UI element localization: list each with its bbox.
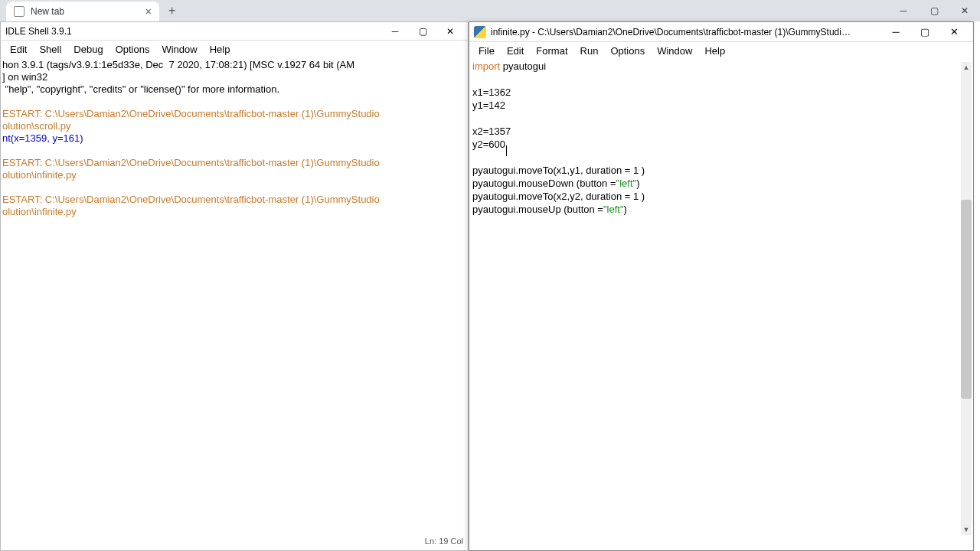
code-text: pyautogui.moveTo(x2,y2, duration = 1 ) <box>472 191 645 202</box>
shell-menubar: Edit Shell Debug Options Window Help <box>1 41 468 57</box>
browser-window-controls: ─ ▢ ✕ <box>888 0 980 21</box>
code-text: pyautogui <box>500 60 546 72</box>
shell-line: olution\infinite.py <box>2 206 466 218</box>
code-text: x1=1362 <box>472 86 511 98</box>
editor-menu-options[interactable]: Options <box>604 44 651 58</box>
editor-menubar: File Edit Format Run Options Window Help <box>469 42 973 59</box>
editor-titlebar[interactable]: infinite.py - C:\Users\Damian2\OneDrive\… <box>469 22 973 42</box>
python-file-icon <box>474 26 486 38</box>
shell-line: ESTART: C:\Users\Damian2\OneDrive\Docume… <box>2 194 466 206</box>
shell-line: hon 3.9.1 (tags/v3.9.1:1e5d33e, Dec 7 20… <box>2 59 466 71</box>
shell-line: ESTART: C:\Users\Damian2\OneDrive\Docume… <box>2 157 466 169</box>
tab-title: New tab <box>31 6 64 17</box>
shell-menu-edit[interactable]: Edit <box>4 42 33 57</box>
editor-menu-run[interactable]: Run <box>574 44 605 58</box>
shell-menu-help[interactable]: Help <box>204 42 237 57</box>
code-text: pyautogui.mouseDown (button = <box>472 178 616 189</box>
shell-line: ] on win32 <box>2 71 466 83</box>
shell-maximize-button[interactable]: ▢ <box>410 24 436 39</box>
browser-tab-strip: New tab × + ─ ▢ ✕ <box>0 0 980 21</box>
scroll-down-icon[interactable]: ▼ <box>961 524 972 535</box>
code-text: x2=1357 <box>472 126 511 137</box>
new-tab-button[interactable]: + <box>168 4 175 18</box>
idle-shell-window: IDLE Shell 3.9.1 ─ ▢ ✕ Edit Shell Debug … <box>0 21 469 551</box>
shell-line <box>2 145 466 157</box>
editor-title-text: infinite.py - C:\Users\Damian2\OneDrive\… <box>491 27 851 37</box>
browser-maximize-button[interactable]: ▢ <box>919 0 949 21</box>
code-text: y1=142 <box>472 99 505 111</box>
shell-menu-options[interactable]: Options <box>109 42 156 57</box>
editor-maximize-button[interactable]: ▢ <box>910 23 939 41</box>
editor-close-button[interactable]: ✕ <box>939 23 969 41</box>
idle-editor-window: infinite.py - C:\Users\Damian2\OneDrive\… <box>469 21 974 551</box>
shell-menu-window[interactable]: Window <box>155 42 203 57</box>
tab-favicon <box>14 6 24 17</box>
shell-window-controls: ─ ▢ ✕ <box>382 24 463 39</box>
shell-output[interactable]: hon 3.9.1 (tags/v3.9.1:1e5d33e, Dec 7 20… <box>1 57 468 220</box>
code-text: pyautogui.mouseUp (button = <box>472 204 603 215</box>
browser-minimize-button[interactable]: ─ <box>888 0 919 21</box>
code-string: "left" <box>603 204 624 215</box>
shell-line: olution\infinite.py <box>2 169 466 181</box>
shell-line: olution\scroll.py <box>2 120 466 132</box>
editor-menu-help[interactable]: Help <box>698 44 731 58</box>
shell-menu-debug[interactable]: Debug <box>67 42 109 57</box>
editor-minimize-button[interactable]: ─ <box>881 23 910 41</box>
editor-menu-window[interactable]: Window <box>651 44 698 58</box>
editor-menu-edit[interactable]: Edit <box>501 44 530 58</box>
shell-close-button[interactable]: ✕ <box>437 24 463 39</box>
scroll-up-icon[interactable]: ▲ <box>961 62 972 73</box>
shell-line: nt(x=1359, y=161) <box>2 132 466 145</box>
code-text: ) <box>624 204 627 215</box>
shell-line: "help", "copyright", "credits" or "licen… <box>2 83 466 96</box>
browser-close-button[interactable]: ✕ <box>949 0 980 21</box>
shell-minimize-button[interactable]: ─ <box>382 24 408 39</box>
shell-line <box>2 181 466 194</box>
scroll-thumb[interactable] <box>961 200 972 399</box>
code-text: pyautogui.moveTo(x1,y1, duration = 1 ) <box>472 165 645 176</box>
shell-title-text: IDLE Shell 3.9.1 <box>5 26 72 37</box>
text-cursor <box>506 145 507 156</box>
shell-titlebar[interactable]: IDLE Shell 3.9.1 ─ ▢ ✕ <box>1 22 468 41</box>
editor-menu-format[interactable]: Format <box>530 44 573 58</box>
tab-close-icon[interactable]: × <box>145 5 152 18</box>
shell-line: ESTART: C:\Users\Damian2\OneDrive\Docume… <box>2 108 466 120</box>
code-string: "left" <box>616 178 637 189</box>
editor-window-controls: ─ ▢ ✕ <box>881 23 969 41</box>
code-keyword: import <box>472 60 500 72</box>
editor-scrollbar[interactable]: ▲ ▼ <box>961 62 972 535</box>
shell-line <box>2 96 466 108</box>
shell-status-bar: Ln: 19 Col <box>425 536 468 550</box>
browser-tab-newtab[interactable]: New tab × <box>6 2 159 21</box>
editor-menu-file[interactable]: File <box>472 44 501 58</box>
code-text: ) <box>636 178 639 189</box>
code-text: y2=600 <box>472 139 505 150</box>
shell-menu-shell[interactable]: Shell <box>33 42 67 57</box>
editor-code-area[interactable]: import pyautogui x1=1362 y1=142 x2=1357 … <box>469 59 973 218</box>
